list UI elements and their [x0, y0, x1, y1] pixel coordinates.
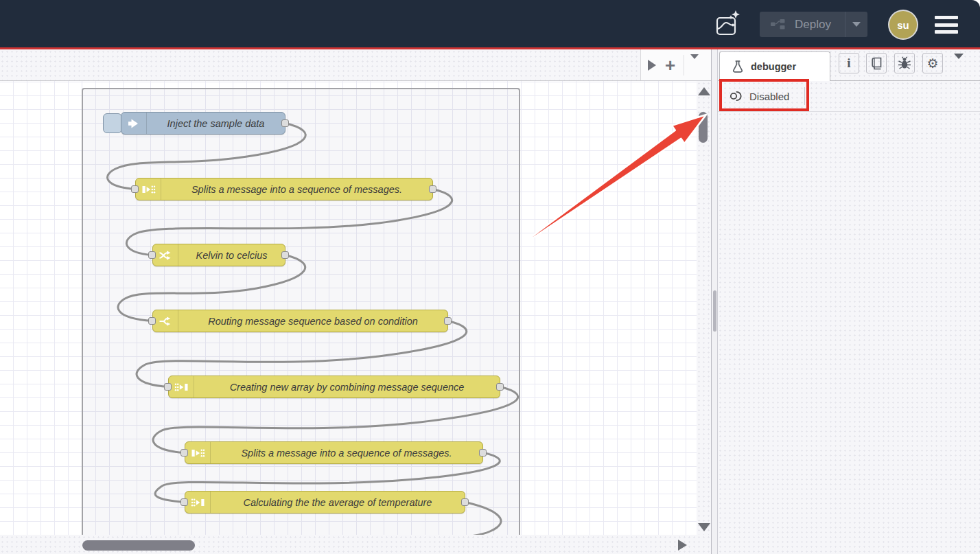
deploy-button[interactable]: Deploy: [760, 12, 867, 37]
split-icon: [136, 178, 161, 200]
bug-icon: [898, 56, 911, 70]
avatar-initials: su: [897, 19, 909, 31]
chevron-down-icon: [690, 54, 699, 71]
flow-list-dropdown-button[interactable]: [690, 59, 699, 71]
vertical-scrollbar-thumb[interactable]: [699, 112, 708, 143]
ai-flow-icon: [714, 10, 742, 40]
deploy-nodes-icon: [771, 19, 785, 30]
deploy-label: Deploy: [795, 18, 845, 32]
chevron-down-icon: [954, 54, 964, 71]
node-label: Inject the sample data: [147, 113, 285, 134]
node-switch[interactable]: Routing message sequence based on condit…: [152, 310, 448, 332]
output-port[interactable]: [444, 317, 452, 325]
output-port[interactable]: [281, 119, 289, 127]
node-split[interactable]: Splits a message into a sequence of mess…: [135, 178, 433, 200]
split-icon: [185, 442, 211, 463]
horizontal-scrollbar: [0, 535, 711, 554]
sidebar-options-button[interactable]: [954, 59, 964, 71]
sidebar-tab-label: debugger: [751, 61, 796, 72]
output-port[interactable]: [496, 383, 504, 391]
tab-debugger[interactable]: debugger: [719, 51, 830, 81]
debugger-enable-toggle[interactable]: Disabled: [729, 89, 789, 103]
flow-tab-bar: +: [0, 49, 711, 81]
switch-icon: [153, 310, 178, 332]
input-port[interactable]: [180, 449, 188, 457]
vertical-scroll-gutter: [697, 81, 711, 535]
scroll-down-icon[interactable]: [698, 523, 710, 531]
deploy-options-button[interactable]: [845, 22, 867, 27]
node-label: Calculating the the average of temperatu…: [211, 492, 465, 513]
workspace-column: + Inject the sample dataSplits a message…: [0, 49, 711, 554]
sidebar-tab-row: debugger i: [718, 49, 980, 81]
hamburger-bar: [935, 23, 958, 27]
input-port[interactable]: [148, 251, 156, 259]
debugger-state-label: Disabled: [749, 91, 789, 102]
main-menu-button[interactable]: [935, 16, 958, 34]
join-icon: [169, 376, 194, 397]
wire-layer: [0, 81, 697, 535]
flow-canvas[interactable]: Inject the sample dataSplits a message i…: [0, 81, 697, 535]
output-port[interactable]: [479, 449, 487, 457]
node-split[interactable]: Splits a message into a sequence of mess…: [185, 441, 483, 464]
hamburger-bar: [935, 30, 958, 34]
tab-controls-separator: [684, 55, 684, 76]
chevron-down-icon: [852, 22, 861, 27]
canvas-viewport: Inject the sample dataSplits a message i…: [0, 81, 711, 535]
debug-tab-button[interactable]: [894, 53, 915, 73]
scroll-right-icon[interactable]: [678, 540, 687, 551]
node-change[interactable]: Kelvin to celcius: [152, 244, 285, 266]
node-label: Kelvin to celcius: [178, 244, 285, 266]
info-tab-button[interactable]: i: [839, 53, 859, 73]
horizontal-scrollbar-thumb[interactable]: [82, 540, 195, 551]
sidebar: debugger i: [718, 49, 980, 554]
help-tab-button[interactable]: [866, 53, 887, 73]
divider-scrollbar-thumb[interactable]: [713, 290, 716, 332]
node-inject[interactable]: Inject the sample data: [121, 112, 285, 135]
input-port[interactable]: [180, 498, 188, 506]
node-label: Splits a message into a sequence of mess…: [161, 178, 432, 200]
node-join[interactable]: Creating new array by combining message …: [168, 376, 500, 398]
gear-icon: ⚙: [926, 57, 938, 70]
debugger-content-empty: [718, 112, 980, 554]
book-icon: [870, 57, 883, 70]
scroll-tabs-right-icon[interactable]: [648, 60, 656, 71]
header-bar: Deploy su: [0, 0, 980, 47]
output-port[interactable]: [281, 251, 289, 259]
inject-trigger-button[interactable]: [103, 113, 122, 133]
tab-controls: +: [640, 49, 711, 80]
input-port[interactable]: [148, 317, 156, 325]
ai-flow-assistant-button[interactable]: [714, 10, 743, 40]
flask-icon: [731, 60, 745, 73]
node-label: Splits a message into a sequence of mess…: [211, 442, 482, 463]
output-port[interactable]: [429, 185, 436, 193]
hamburger-bar: [935, 16, 958, 19]
debugger-toolbar: Disabled: [718, 81, 980, 112]
settings-tab-button[interactable]: ⚙: [922, 53, 943, 73]
toggle-off-icon: [729, 89, 744, 103]
toolbar-separator: [804, 87, 805, 105]
sidebar-divider[interactable]: [711, 49, 718, 554]
node-red-window: Deploy su +: [0, 0, 980, 554]
inject-icon: [121, 113, 147, 134]
output-port[interactable]: [461, 498, 469, 506]
add-flow-button[interactable]: +: [665, 58, 675, 72]
user-avatar[interactable]: su: [889, 11, 917, 38]
node-label: Creating new array by combining message …: [194, 376, 500, 397]
node-label: Routing message sequence based on condit…: [178, 310, 447, 332]
input-port[interactable]: [131, 185, 139, 193]
info-icon: i: [847, 56, 850, 71]
scroll-up-icon[interactable]: [698, 87, 710, 95]
change-icon: [153, 244, 178, 266]
input-port[interactable]: [164, 383, 172, 391]
node-join[interactable]: Calculating the the average of temperatu…: [185, 491, 465, 513]
join-icon: [185, 492, 211, 513]
